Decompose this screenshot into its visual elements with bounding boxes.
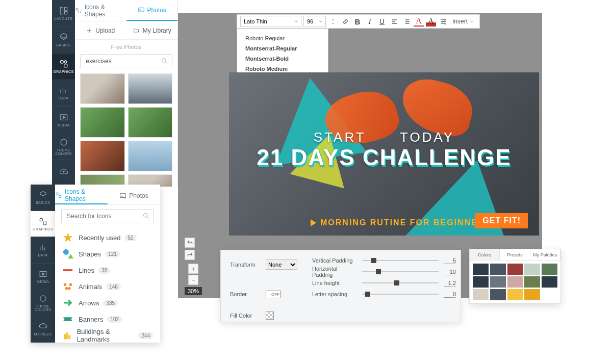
category-item[interactable]: Animals146: [58, 278, 157, 295]
cta-button[interactable]: GET FIT!: [475, 213, 528, 228]
align-button[interactable]: [389, 16, 399, 27]
font-option[interactable]: Roboto Regular: [237, 33, 328, 43]
color-swatch[interactable]: [490, 276, 506, 288]
link-button[interactable]: [340, 16, 350, 27]
nav-data[interactable]: DATA: [52, 80, 75, 107]
photo-thumb[interactable]: [128, 107, 173, 138]
list-button[interactable]: [401, 16, 412, 27]
color-swatch[interactable]: [524, 276, 540, 288]
redo-button[interactable]: [185, 250, 195, 260]
nav2-graphics[interactable]: GRAPHICS: [31, 211, 55, 238]
category-count: 335: [103, 300, 118, 306]
bold-button[interactable]: B: [352, 16, 363, 27]
nav2-media[interactable]: MEDIA: [31, 264, 55, 290]
color-swatch[interactable]: [507, 289, 523, 300]
font-option[interactable]: Montserrat-Bold: [237, 54, 328, 64]
undo-icon: [187, 240, 193, 246]
my-palettes-tab[interactable]: My Palettes: [530, 249, 560, 260]
zoom-in-button[interactable]: +: [188, 264, 198, 274]
color-swatch[interactable]: [490, 264, 506, 275]
photo-thumb[interactable]: [80, 107, 125, 138]
slider-knob[interactable]: [376, 269, 381, 274]
tab-photos-2[interactable]: Photos: [108, 187, 160, 204]
design-canvas[interactable]: START TODAY 21 DAYS CHALLENGE MORNING RU…: [229, 72, 539, 236]
insert-menu[interactable]: Insert: [450, 18, 476, 25]
photo-thumb[interactable]: [80, 141, 125, 171]
nav-layouts[interactable]: LAYOUTS: [52, 0, 75, 27]
underline-button[interactable]: U: [377, 16, 387, 27]
slider-value[interactable]: 0: [444, 291, 456, 298]
nav2-data[interactable]: DATA: [31, 237, 55, 264]
nav-media[interactable]: MEDIA: [52, 107, 75, 133]
nav-theme-colors[interactable]: THEME COLORS: [52, 133, 75, 160]
photo-search-input[interactable]: [80, 54, 172, 68]
nav2-theme[interactable]: THEME COLORS: [31, 290, 55, 317]
color-swatch[interactable]: [542, 264, 557, 275]
zoom-out-button[interactable]: −: [188, 275, 198, 285]
zoom-level[interactable]: 30%: [185, 287, 202, 295]
category-item[interactable]: Recently used52: [58, 229, 157, 246]
font-family-select[interactable]: Lato Thin: [240, 16, 301, 27]
color-swatch[interactable]: [473, 264, 489, 275]
title-text[interactable]: 21 DAYS CHALLENGE: [229, 145, 539, 170]
nav-upload[interactable]: [52, 160, 75, 187]
color-swatch[interactable]: [473, 289, 489, 300]
color-swatch[interactable]: [524, 264, 540, 275]
border-toggle[interactable]: OFF: [266, 291, 281, 298]
tab-photos[interactable]: Photos: [126, 0, 178, 21]
photo-thumb[interactable]: [128, 141, 173, 171]
transform-select[interactable]: None: [266, 259, 297, 270]
category-item[interactable]: Arrows335: [58, 295, 157, 311]
color-swatch[interactable]: [524, 289, 540, 300]
slider-knob[interactable]: [365, 292, 370, 297]
upload-button[interactable]: Upload: [75, 21, 126, 39]
slider-value[interactable]: 5: [444, 257, 456, 264]
nav-graphics[interactable]: GRAPHICS: [52, 54, 75, 80]
slider-knob[interactable]: [371, 258, 376, 263]
color-swatch[interactable]: [473, 276, 489, 288]
color-swatch[interactable]: [507, 264, 523, 275]
slider-knob[interactable]: [394, 280, 399, 285]
color-swatch[interactable]: [542, 289, 557, 300]
slider-track[interactable]: [362, 282, 439, 283]
svg-rect-0: [60, 7, 63, 14]
border-label: Border: [230, 291, 266, 297]
tab-icons-shapes-2[interactable]: Icons & Shapes: [55, 187, 108, 204]
icon-search-input[interactable]: [61, 209, 154, 223]
nav2-myfiles[interactable]: MY FILES: [31, 316, 55, 343]
my-library-button[interactable]: My Library: [126, 21, 178, 39]
color-swatch[interactable]: [507, 276, 523, 288]
slider-track[interactable]: [362, 294, 439, 295]
color-palette-panel: Colors Presets My Palettes: [469, 249, 561, 304]
fill-color-swatch[interactable]: [266, 311, 274, 320]
photo-thumb[interactable]: [128, 73, 173, 104]
slider-track[interactable]: [362, 271, 439, 272]
font-size-stepper[interactable]: [328, 16, 338, 27]
category-item[interactable]: Banners102: [58, 311, 157, 327]
presets-tab[interactable]: Presets: [500, 249, 530, 260]
subtitle-text[interactable]: MORNING RUTINE FOR BEGINNERS: [311, 218, 491, 227]
tab-icons-shapes[interactable]: Icons & Shapes: [75, 0, 126, 21]
colors-tab[interactable]: Colors: [470, 249, 500, 260]
category-item[interactable]: Buildings & Landmarks244: [58, 327, 157, 343]
font-option[interactable]: Montserrat-Regular: [237, 43, 328, 54]
category-item[interactable]: Shapes121: [58, 246, 157, 262]
svg-point-11: [162, 59, 166, 63]
slider-value[interactable]: 10: [444, 269, 456, 275]
text-color-button[interactable]: A: [414, 16, 424, 27]
color-swatch[interactable]: [542, 276, 557, 288]
svg-point-20: [63, 249, 69, 255]
category-item[interactable]: Lines38: [58, 262, 157, 278]
nav2-basics[interactable]: BASICS: [31, 185, 55, 211]
settings-button[interactable]: [438, 16, 448, 27]
undo-button[interactable]: [185, 238, 195, 248]
nav-basics[interactable]: BASICS: [52, 27, 75, 53]
text-highlight-button[interactable]: A: [426, 16, 436, 27]
font-size-select[interactable]: 96: [303, 16, 326, 27]
heading-text[interactable]: START TODAY: [229, 129, 539, 145]
color-swatch[interactable]: [490, 289, 506, 300]
slider-value[interactable]: 1.2: [444, 280, 456, 287]
photo-thumb[interactable]: [80, 73, 125, 104]
slider-track[interactable]: [362, 260, 439, 261]
italic-button[interactable]: I: [365, 16, 375, 27]
